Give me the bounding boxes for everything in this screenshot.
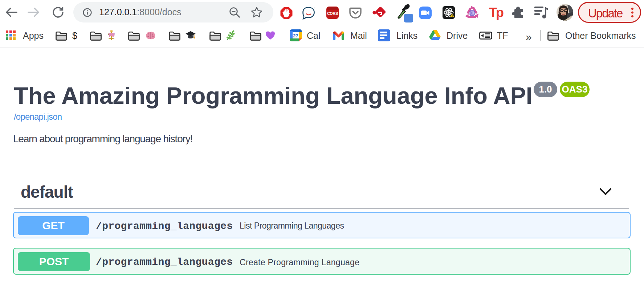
svg-text:27: 27: [293, 33, 298, 38]
svg-text:CORS: CORS: [327, 11, 338, 16]
